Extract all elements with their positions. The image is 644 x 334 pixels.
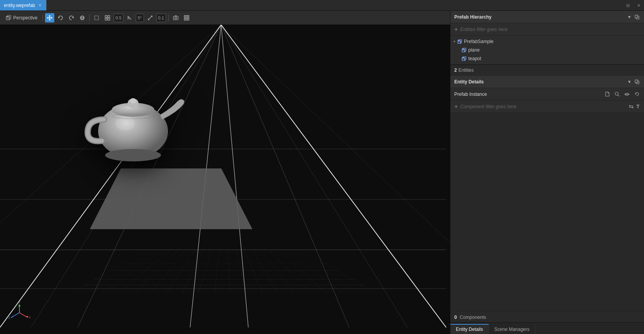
component-filter-row: + Component filter goes here <box>450 100 644 113</box>
entity-child-icon <box>462 48 467 53</box>
axis-widget: X Y Z <box>8 301 31 324</box>
prefab-hierarchy-header: Prefab Hierarchy ▾ <box>450 11 644 23</box>
undo-button[interactable] <box>56 13 65 22</box>
main-layout: Perspective <box>0 11 644 334</box>
viewport-canvas[interactable]: X Y Z <box>0 25 450 334</box>
svg-point-15 <box>175 17 177 19</box>
bottom-tabs: Entity Details Scene Managers <box>450 322 644 334</box>
global-space-button[interactable] <box>78 13 87 22</box>
svg-line-30 <box>221 25 450 258</box>
angle-value-group[interactable]: 5° <box>136 14 144 22</box>
entity-child-icon-2 <box>462 56 467 61</box>
window-close-button[interactable]: ✕ <box>633 0 644 11</box>
move-tool-button[interactable] <box>45 13 54 22</box>
svg-line-26 <box>221 25 349 327</box>
svg-rect-13 <box>108 16 110 17</box>
component-filter-icons: T <box>628 103 640 110</box>
ground-plane <box>90 169 252 230</box>
component-text-button[interactable]: T <box>636 103 640 110</box>
prefab-hierarchy-detach-button[interactable] <box>634 14 640 20</box>
component-filter-add-button[interactable]: + <box>454 104 458 110</box>
entities-count: 2 <box>454 67 457 73</box>
right-panel-inner: Prefab Hierarchy ▾ + Entit <box>450 11 644 334</box>
angle-icon-button[interactable] <box>125 13 134 22</box>
tab-scene-managers[interactable]: Scene Managers <box>489 324 535 334</box>
camera-icon <box>173 15 178 21</box>
prefab-reset-button[interactable] <box>634 91 640 97</box>
prefab-hierarchy-collapse-button[interactable]: ▾ <box>627 13 632 21</box>
entities-filter-add-button[interactable]: + <box>454 26 458 33</box>
prefab-instance-row: Prefab Instance <box>450 88 644 100</box>
select-box-icon <box>94 15 99 21</box>
entities-filter-row: + Entities filter goes here <box>450 23 644 36</box>
camera-button[interactable] <box>171 13 180 22</box>
entity-details-header: Entity Details ▾ <box>450 76 644 88</box>
teapot-model <box>77 69 193 166</box>
components-label: Components <box>460 315 486 320</box>
svg-text:Z: Z <box>9 316 10 320</box>
plane-label: plane <box>468 47 480 53</box>
prefab-hierarchy-title-group: Prefab Hierarchy <box>454 14 492 20</box>
reset-icon <box>634 92 639 97</box>
viewport-toolbar: Perspective <box>0 11 450 25</box>
grid-toggle-button[interactable] <box>182 13 191 22</box>
svg-line-28 <box>221 25 407 327</box>
prefab-visibility-button[interactable] <box>623 91 630 97</box>
scale-icon-button[interactable] <box>145 13 155 22</box>
right-panel: Prefab Hierarchy ▾ + Entit <box>450 11 644 334</box>
entities-count-bar: 2 Entities <box>450 65 644 76</box>
tab-scene-managers-label: Scene Managers <box>494 327 530 332</box>
tab-entity-details[interactable]: Entity Details <box>450 324 489 334</box>
snap-icon <box>105 15 110 21</box>
snap-value-label: 0.5 <box>116 16 121 20</box>
entity-icon <box>457 39 462 44</box>
entities-label: Entities <box>459 67 474 73</box>
redo-button[interactable] <box>67 13 76 22</box>
snap-value-group[interactable]: 0.5 <box>114 14 123 22</box>
tree-item-plane[interactable]: plane <box>450 46 644 54</box>
components-count-bar: 0 Components <box>450 312 644 322</box>
svg-marker-46 <box>18 305 21 306</box>
tab-entity-details-label: Entity Details <box>456 327 483 332</box>
window-maximize-button[interactable]: ⊟ <box>622 0 633 11</box>
select-box-button[interactable] <box>92 13 101 22</box>
prefab-search-button[interactable] <box>614 91 620 97</box>
svg-rect-9 <box>95 16 99 20</box>
move-icon <box>47 15 53 21</box>
prefabsample-chevron: ▾ <box>454 40 455 43</box>
component-expand-button[interactable] <box>628 104 634 110</box>
svg-point-38 <box>130 98 136 104</box>
scale-value-group[interactable]: 0.1 <box>156 14 166 22</box>
svg-text:X: X <box>29 316 31 319</box>
viewport-type-button[interactable]: Perspective <box>3 13 40 22</box>
tab-close-icon[interactable]: ✕ <box>38 3 42 8</box>
prefabsample-label: PrefabSample <box>464 39 493 44</box>
file-tab[interactable]: entity.weprefab ✕ <box>0 0 47 10</box>
tree-item-teapot[interactable]: teapot <box>450 54 644 63</box>
detach-icon <box>635 15 639 19</box>
prefab-file-button[interactable] <box>604 91 611 97</box>
entity-details-collapse-button[interactable]: ▾ <box>627 78 632 85</box>
undo-icon <box>58 15 63 21</box>
entity-details-header-controls: ▾ <box>627 78 640 85</box>
prefab-hierarchy-section: Prefab Hierarchy ▾ + Entit <box>450 11 644 65</box>
expand-icon <box>629 104 634 109</box>
perspective-label: Perspective <box>13 15 38 21</box>
detach-icon-2 <box>635 80 639 84</box>
scale-value-label: 0.1 <box>158 16 164 20</box>
entity-details-detach-button[interactable] <box>634 79 640 85</box>
tree-item-prefabsample[interactable]: ▾ PrefabSample <box>450 37 644 46</box>
components-area <box>450 113 644 312</box>
entity-details-title: Entity Details <box>454 79 484 85</box>
redo-icon <box>69 15 74 21</box>
scale-icon <box>147 15 153 21</box>
prefab-instance-icons <box>604 91 640 97</box>
toolbar-sep-2 <box>89 14 90 21</box>
hierarchy-tree: ▾ PrefabSample <box>450 36 644 64</box>
viewport-area: Perspective <box>0 11 450 334</box>
entities-filter-placeholder: Entities filter goes here <box>460 27 507 32</box>
svg-point-65 <box>615 92 618 95</box>
snap-object-button[interactable] <box>103 13 112 22</box>
components-count: 0 <box>454 315 457 320</box>
cube-icon <box>5 15 12 21</box>
